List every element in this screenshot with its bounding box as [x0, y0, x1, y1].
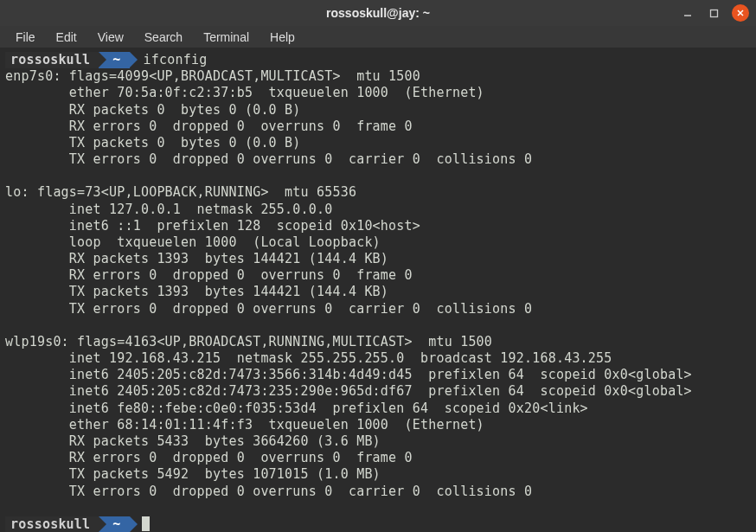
- output-line: inet6 2405:205:c82d:7473:3566:314b:4d49:…: [5, 367, 751, 383]
- prompt-line-2: rossoskull ~: [5, 516, 751, 532]
- menu-search[interactable]: Search: [136, 29, 191, 46]
- menu-edit[interactable]: Edit: [48, 29, 86, 46]
- output-line: ether 70:5a:0f:c2:37:b5 txqueuelen 1000 …: [5, 85, 751, 101]
- output-line: RX packets 1393 bytes 144421 (144.4 KB): [5, 251, 751, 267]
- output-line: RX errors 0 dropped 0 overruns 0 frame 0: [5, 267, 751, 284]
- output-line: inet6 ::1 prefixlen 128 scopeid 0x10<hos…: [5, 218, 751, 234]
- window-title: rossoskull@jay: ~: [326, 6, 430, 20]
- output-line: RX errors 0 dropped 0 overruns 0 frame 0: [5, 119, 751, 135]
- output-line: inet 127.0.0.1 netmask 255.0.0.0: [5, 202, 751, 218]
- output-line: TX errors 0 dropped 0 overruns 0 carrier…: [5, 301, 751, 317]
- blank-line: [5, 168, 751, 184]
- menu-help[interactable]: Help: [261, 29, 304, 46]
- menu-view[interactable]: View: [89, 29, 132, 46]
- svg-rect-1: [710, 10, 717, 16]
- prompt-command: ifconfig: [130, 52, 208, 68]
- prompt-line-1: rossoskull ~ ifconfig: [5, 52, 751, 68]
- prompt-user: rossoskull: [5, 516, 99, 532]
- output-line: inet6 2405:205:c82d:7473:235:290e:965d:d…: [5, 383, 751, 400]
- menubar: File Edit View Search Terminal Help: [0, 26, 756, 48]
- output-line: TX packets 0 bytes 0 (0.0 B): [5, 135, 751, 151]
- prompt-user: rossoskull: [5, 52, 99, 68]
- output-line: wlp19s0: flags=4163<UP,BROADCAST,RUNNING…: [5, 334, 751, 350]
- titlebar: rossoskull@jay: ~: [0, 0, 756, 26]
- output-line: TX errors 0 dropped 0 overruns 0 carrier…: [5, 484, 751, 500]
- blank-line: [5, 500, 751, 516]
- cursor: [142, 516, 150, 531]
- blank-line: [5, 317, 751, 334]
- output-line: enp7s0: flags=4099<UP,BROADCAST,MULTICAS…: [5, 68, 751, 85]
- output-line: TX packets 5492 bytes 1071015 (1.0 MB): [5, 466, 751, 483]
- close-button[interactable]: [732, 4, 749, 22]
- terminal-area[interactable]: rossoskull ~ ifconfig enp7s0: flags=4099…: [0, 48, 756, 532]
- output-line: TX packets 1393 bytes 144421 (144.4 KB): [5, 284, 751, 300]
- menu-terminal[interactable]: Terminal: [195, 29, 258, 46]
- output-line: TX errors 0 dropped 0 overruns 0 carrier…: [5, 151, 751, 168]
- output-line: RX errors 0 dropped 0 overruns 0 frame 0: [5, 450, 751, 466]
- output-line: inet6 fe80::febe:c0e0:f035:53d4 prefixle…: [5, 401, 751, 417]
- minimize-button[interactable]: [680, 5, 695, 21]
- output-line: inet 192.168.43.215 netmask 255.255.255.…: [5, 350, 751, 367]
- window-controls: [680, 4, 749, 22]
- output-line: RX packets 0 bytes 0 (0.0 B): [5, 102, 751, 119]
- output-line: ether 68:14:01:11:4f:f3 txqueuelen 1000 …: [5, 417, 751, 433]
- output-line: loop txqueuelen 1000 (Local Loopback): [5, 234, 751, 251]
- output-line: lo: flags=73<UP,LOOPBACK,RUNNING> mtu 65…: [5, 184, 751, 201]
- maximize-button[interactable]: [706, 5, 721, 21]
- output-line: RX packets 5433 bytes 3664260 (3.6 MB): [5, 433, 751, 450]
- menu-file[interactable]: File: [7, 29, 44, 46]
